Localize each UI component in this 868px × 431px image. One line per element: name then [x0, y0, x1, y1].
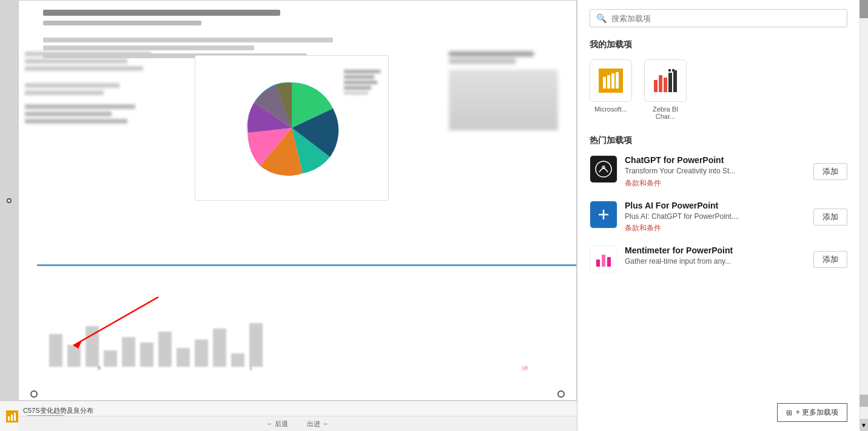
chart-label-2: 1 [249, 365, 252, 371]
scroll-handle-left[interactable] [30, 390, 38, 398]
mentimeter-info: Mentimeter for PowerPoint Gather real-ti… [625, 246, 806, 269]
chatgpt-desc: Transform Your Creativity into St... [625, 167, 806, 176]
zebra-icon [653, 68, 678, 93]
slide-canvas: 8 1 18 [18, 0, 577, 401]
scrollbar-arrow-down[interactable]: ▼ [860, 419, 868, 431]
scrollbar-thumb-top[interactable] [860, 0, 868, 18]
hot-addins-header: 热门加载项 [590, 135, 847, 146]
plusai-desc: Plus AI: ChatGPT for PowerPoint.... [625, 212, 806, 222]
addin-item-chatgpt: ChatGPT for PowerPoint Transform Your Cr… [590, 155, 847, 189]
chatgpt-info: ChatGPT for PowerPoint Transform Your Cr… [625, 155, 806, 189]
addins-content: 🔍 我的加载项 Microsoft... [577, 0, 868, 431]
svg-rect-9 [616, 72, 619, 89]
svg-rect-24 [607, 257, 611, 267]
ruler-left [0, 0, 18, 401]
search-box[interactable]: 🔍 [590, 9, 847, 27]
chatgpt-icon [590, 155, 617, 183]
search-input[interactable] [611, 14, 841, 23]
blue-divider-line [37, 264, 576, 266]
scroll-handles [18, 390, 577, 398]
next-btn[interactable]: 出进 → [307, 419, 329, 429]
microsoft-icon [599, 68, 623, 93]
plusai-add-btn[interactable]: 添加 [813, 209, 847, 226]
plusai-info: Plus AI For PowerPoint Plus AI: ChatGPT … [625, 201, 806, 234]
addin-tile-zebra[interactable]: Zebra BI Char... [644, 59, 687, 120]
svg-rect-10 [654, 80, 658, 92]
red-arrow-svg [55, 291, 164, 364]
pie-chart-svg [242, 78, 342, 178]
microsoft-icon-box [590, 59, 632, 102]
mentimeter-add-btn[interactable]: 添加 [813, 251, 847, 268]
prev-btn[interactable]: ← 后退 [266, 419, 288, 429]
zebra-icon-box [644, 59, 687, 102]
slide-right-col [449, 49, 570, 130]
status-icon [6, 410, 18, 423]
svg-line-1 [73, 297, 158, 346]
scroll-handle-right[interactable] [557, 390, 565, 398]
addin-tile-microsoft[interactable]: Microsoft... [590, 59, 632, 120]
my-addins-grid: Microsoft... [590, 59, 847, 120]
svg-rect-14 [673, 70, 677, 92]
slide-area: 8 1 18 C57S变化趋势及良分布 ⊙ 实时数据 ∧ [0, 0, 577, 431]
svg-rect-7 [607, 75, 610, 89]
svg-rect-13 [668, 73, 672, 92]
svg-rect-3 [8, 416, 10, 421]
svg-rect-22 [596, 259, 600, 267]
svg-rect-15 [668, 69, 671, 72]
svg-rect-8 [611, 73, 614, 89]
svg-rect-6 [603, 77, 606, 89]
plusai-terms[interactable]: 条款和条件 [625, 223, 806, 233]
addin-item-plusai: Plus AI For PowerPoint Plus AI: ChatGPT … [590, 201, 847, 234]
svg-rect-23 [602, 255, 605, 267]
chatgpt-name: ChatGPT for PowerPoint [625, 155, 806, 165]
svg-rect-5 [14, 413, 16, 421]
svg-point-18 [602, 165, 605, 169]
mentimeter-name: Mentimeter for PowerPoint [625, 246, 806, 255]
svg-rect-16 [672, 69, 675, 72]
more-addins-label: + 更多加载项 [796, 407, 838, 418]
addin-item-mentimeter: Mentimeter for PowerPoint Gather real-ti… [590, 246, 847, 273]
microsoft-label: Microsoft... [594, 105, 627, 113]
svg-rect-12 [664, 78, 667, 92]
search-icon: 🔍 [596, 13, 607, 23]
bottom-nav: ← 后退 出进 → [18, 416, 577, 431]
status-name: C57S变化趋势及良分布 [23, 406, 152, 415]
ruler-dot-middle [7, 198, 12, 203]
plusai-name: Plus AI For PowerPoint [625, 201, 806, 210]
plus-icon-inline: ⊞ [786, 409, 792, 417]
svg-rect-11 [659, 75, 662, 92]
color-wheel-chart [195, 55, 389, 201]
svg-rect-4 [11, 415, 13, 421]
chatgpt-terms[interactable]: 条款和条件 [625, 178, 806, 189]
scrollbar-thumb-bottom[interactable] [860, 395, 868, 407]
more-addins-btn[interactable]: ⊞ + 更多加载项 [777, 403, 847, 422]
chatgpt-add-btn[interactable]: 添加 [813, 163, 847, 180]
mentimeter-icon [590, 246, 617, 273]
chart-label-3: 18 [522, 365, 528, 371]
chart-icon [7, 412, 17, 421]
chart-label-1: 8 [98, 365, 101, 371]
addins-panel: 🔍 我的加载项 Microsoft... [577, 0, 868, 431]
addins-scrollbar[interactable]: ▲ ▼ [860, 0, 868, 431]
zebra-label: Zebra BI Char... [644, 105, 687, 120]
my-addins-header: 我的加载项 [590, 39, 847, 50]
slide-left-col [25, 49, 183, 126]
plusai-icon [590, 201, 617, 229]
mentimeter-desc: Gather real-time input from any... [625, 257, 806, 267]
